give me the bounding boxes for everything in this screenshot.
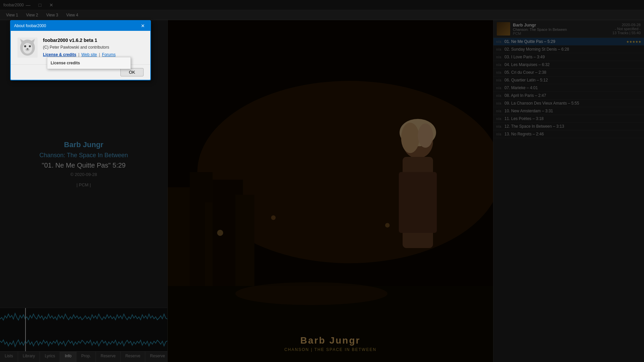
svg-point-23 <box>24 45 26 47</box>
license-credits-link[interactable]: License & credits <box>43 52 76 57</box>
app-icon <box>17 38 38 58</box>
dialog-titlebar: About foobar2000 ✕ <box>11 21 150 31</box>
dialog-copyright: (C) Peter Pawlowski and contributors <box>43 45 144 50</box>
dialog-title: About foobar2000 <box>14 23 46 28</box>
license-panel-title: License credits <box>51 61 80 65</box>
license-credits-panel: License credits <box>47 57 131 69</box>
modal-overlay: About foobar2000 ✕ <box>0 0 644 362</box>
forums-link[interactable]: Forums <box>102 52 116 57</box>
svg-point-26 <box>27 48 28 50</box>
dialog-sep-2: | <box>99 52 100 57</box>
foobar-logo-svg <box>17 38 38 58</box>
web-site-link[interactable]: Web site <box>82 52 97 57</box>
about-dialog: About foobar2000 ✕ <box>10 20 151 80</box>
dialog-close-button[interactable]: ✕ <box>139 23 147 29</box>
dialog-sep-1: | <box>78 52 79 57</box>
dialog-ok-button[interactable]: OK <box>120 68 144 76</box>
dialog-text: foobar2000 v1.6.2 beta 1 (C) Peter Pawlo… <box>43 38 144 57</box>
dialog-links: License & credits | Web site | Forums <box>43 52 144 57</box>
svg-point-24 <box>29 45 31 47</box>
dialog-appname: foobar2000 v1.6.2 beta 1 <box>43 38 144 43</box>
